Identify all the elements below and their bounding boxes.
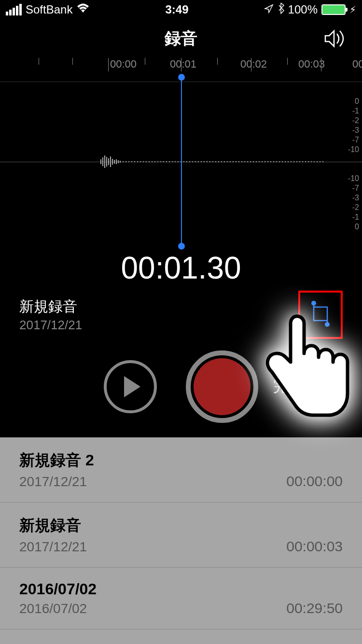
svg-point-22 xyxy=(152,161,153,163)
svg-point-79 xyxy=(317,161,318,163)
svg-point-28 xyxy=(169,161,170,163)
tick-label: 00:02 xyxy=(240,58,267,70)
svg-point-51 xyxy=(236,161,237,163)
playhead[interactable] xyxy=(181,77,182,246)
svg-point-16 xyxy=(134,161,136,163)
svg-point-73 xyxy=(299,161,301,163)
db-scale-lower: -10-7-3-2-10 xyxy=(348,174,359,232)
item-date: 2017/12/21 xyxy=(19,474,94,490)
svg-point-18 xyxy=(140,161,141,163)
svg-point-69 xyxy=(288,161,289,163)
list-item[interactable]: 新規録音 20 2015/07/22 00:00:45 xyxy=(0,630,362,644)
item-duration: 00:00:03 xyxy=(286,538,343,555)
svg-point-29 xyxy=(172,161,173,163)
svg-point-65 xyxy=(276,161,278,163)
svg-point-12 xyxy=(123,161,124,163)
svg-point-68 xyxy=(285,161,286,163)
location-icon xyxy=(264,3,274,16)
svg-point-30 xyxy=(175,161,176,163)
item-title: 新規録音 xyxy=(19,515,87,536)
waveform[interactable]: 0-1-2-3-7-10 -10-7-3-2-10 xyxy=(0,82,362,241)
current-recording-meta: 新規録音 2017/12/21 xyxy=(19,297,82,333)
current-recording-name: 新規録音 xyxy=(19,297,82,317)
wifi-icon xyxy=(76,3,90,16)
svg-point-24 xyxy=(157,161,159,163)
clock: 3:49 xyxy=(165,3,188,16)
item-title: 新規録音 2 xyxy=(19,450,94,471)
battery-icon xyxy=(321,4,346,15)
svg-point-78 xyxy=(314,161,315,163)
battery-pct: 100% xyxy=(288,3,318,16)
svg-point-63 xyxy=(270,161,272,163)
svg-point-60 xyxy=(262,161,263,163)
svg-point-39 xyxy=(201,161,202,163)
svg-point-77 xyxy=(311,161,312,163)
svg-point-70 xyxy=(291,161,292,163)
play-icon xyxy=(124,376,140,397)
recording-info-row: 新規録音 2017/12/21 xyxy=(0,291,362,346)
svg-point-71 xyxy=(293,161,295,163)
annotation-highlight-box xyxy=(298,291,343,339)
svg-point-66 xyxy=(279,161,280,163)
svg-point-45 xyxy=(218,161,220,163)
controls-row: 完了 xyxy=(0,346,362,437)
list-item[interactable]: 新規録音 2 2017/12/21 00:00:00 xyxy=(0,437,362,503)
svg-point-26 xyxy=(163,161,165,163)
svg-point-62 xyxy=(267,161,269,163)
page-title: 録音 xyxy=(165,28,197,50)
record-icon xyxy=(194,358,251,415)
status-left: SoftBank xyxy=(6,3,90,16)
svg-point-80 xyxy=(320,161,321,163)
svg-point-57 xyxy=(253,161,254,163)
svg-point-54 xyxy=(244,161,246,163)
item-duration: 00:00:00 xyxy=(286,473,343,490)
svg-point-37 xyxy=(195,161,196,163)
status-right: 100% ⚡︎ xyxy=(264,2,356,17)
current-recording-date: 2017/12/21 xyxy=(19,318,82,333)
svg-point-13 xyxy=(125,161,127,163)
item-date: 2017/12/21 xyxy=(19,539,87,555)
svg-point-67 xyxy=(282,161,283,163)
svg-point-48 xyxy=(227,161,228,163)
svg-point-31 xyxy=(178,161,179,163)
svg-point-21 xyxy=(149,161,150,163)
svg-point-17 xyxy=(137,161,139,163)
speaker-button[interactable] xyxy=(323,28,348,51)
nav-header: 録音 xyxy=(0,19,362,58)
svg-point-49 xyxy=(230,161,231,163)
item-title: 2016/07/02 xyxy=(19,580,97,598)
tick-label: 00:03 xyxy=(298,58,325,70)
svg-point-55 xyxy=(247,161,249,163)
carrier-label: SoftBank xyxy=(26,3,72,16)
svg-point-81 xyxy=(322,161,324,163)
svg-point-61 xyxy=(265,161,266,163)
svg-point-47 xyxy=(224,161,225,163)
trim-button[interactable] xyxy=(306,299,335,330)
svg-point-25 xyxy=(160,161,162,163)
db-scale-upper: 0-1-2-3-7-10 xyxy=(348,97,359,154)
svg-point-64 xyxy=(273,161,275,163)
svg-point-20 xyxy=(146,161,147,163)
item-duration: 00:29:50 xyxy=(286,600,343,616)
svg-point-40 xyxy=(204,161,205,163)
svg-point-19 xyxy=(143,161,144,163)
svg-point-23 xyxy=(154,161,156,163)
svg-point-52 xyxy=(238,161,240,163)
svg-point-35 xyxy=(189,161,191,163)
tick-label: 00 xyxy=(352,58,362,70)
svg-point-76 xyxy=(308,161,309,163)
svg-rect-82 xyxy=(314,307,327,321)
item-title: 新規録音 20 xyxy=(19,642,102,644)
list-item[interactable]: 2016/07/02 2016/07/02 00:29:50 xyxy=(0,568,362,630)
list-item[interactable]: 新規録音 2017/12/21 00:00:03 xyxy=(0,503,362,568)
record-button[interactable] xyxy=(186,350,258,423)
done-button[interactable]: 完了 xyxy=(273,376,304,397)
recordings-list[interactable]: 新規録音 2 2017/12/21 00:00:00 新規録音 2017/12/… xyxy=(0,437,362,644)
svg-point-41 xyxy=(207,161,208,163)
svg-point-36 xyxy=(192,161,194,163)
svg-point-34 xyxy=(186,161,188,163)
svg-point-27 xyxy=(166,161,167,163)
svg-point-50 xyxy=(233,161,234,163)
charging-icon: ⚡︎ xyxy=(349,4,356,15)
play-button[interactable] xyxy=(104,360,157,413)
